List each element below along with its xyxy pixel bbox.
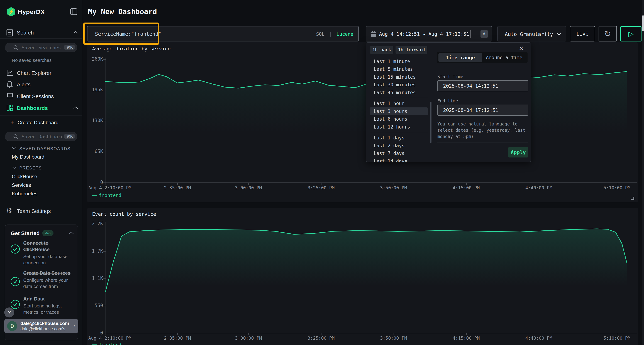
x-tick-label: 3:25:00 PM: [300, 336, 342, 341]
chevron-up-icon[interactable]: [69, 231, 74, 235]
shortcut-badge: ⌘K: [64, 45, 74, 50]
search-doc-icon: [6, 29, 13, 36]
close-icon[interactable]: ×: [519, 44, 524, 53]
forward-1h-button[interactable]: 1h forward: [396, 45, 427, 54]
chevron-down-icon: [12, 147, 16, 150]
x-tick-label: 2:35:00 PM: [156, 336, 199, 341]
relative-time-option[interactable]: Last 15 minutes: [370, 73, 428, 81]
y-tick-label: 2.2K: [83, 221, 103, 226]
sidebar-item-alerts[interactable]: Alerts: [0, 80, 82, 90]
sidebar-item-label: Dashboards: [17, 105, 48, 111]
y-tick-label: 1.7K: [83, 248, 103, 254]
section-saved-dashboards[interactable]: SAVED DASHBOARDS: [19, 146, 70, 151]
bell-icon: [6, 81, 13, 88]
natural-language-note: You can use natural language to select d…: [438, 121, 531, 140]
collapse-sidebar-icon[interactable]: [70, 8, 77, 15]
sidebar-item-team-settings[interactable]: ⚙ Team Settings: [0, 207, 82, 217]
mode-separator: |: [327, 31, 334, 37]
chart-legend[interactable]: frontend: [92, 193, 121, 198]
get-started-item[interactable]: Add Data Start sending logs, metrics, or…: [23, 296, 73, 315]
sql-mode-toggle[interactable]: SQL: [316, 31, 324, 37]
relative-time-option[interactable]: Last 5 minutes: [370, 65, 428, 73]
panel-resize-handle[interactable]: [631, 197, 634, 200]
relative-time-option[interactable]: Last 30 minutes: [370, 81, 428, 89]
divider: [370, 98, 428, 98]
user-menu[interactable]: D dale@clickhouse.com dale@clickhouse.co…: [4, 319, 78, 333]
time-range-input[interactable]: Aug 4 14:12:51 - Aug 4 17:12:51 d: [366, 26, 492, 41]
user-email: dale@clickhouse.com: [20, 321, 69, 326]
get-started-title: Get Started: [11, 230, 40, 236]
relative-time-option[interactable]: Last 1 days: [370, 134, 428, 142]
live-button[interactable]: Live: [570, 26, 595, 41]
sidebar-item-dashboards[interactable]: Dashboards: [0, 104, 82, 114]
granularity-select[interactable]: Auto Granularity: [497, 26, 566, 41]
relative-time-option[interactable]: Last 6 hours: [370, 115, 428, 123]
get-started-progress-badge: 3/3: [42, 230, 54, 236]
sidebar-item-label: Chart Explorer: [17, 70, 51, 76]
plus-icon: +: [10, 119, 14, 126]
chart-legend[interactable]: frontend: [92, 342, 121, 345]
chevron-up-icon: [73, 106, 78, 109]
page-scrollbar-track[interactable]: [642, 0, 644, 345]
page-title: My New Dashboard: [88, 7, 157, 16]
sidebar-item-kubernetes[interactable]: Kubernetes: [12, 191, 38, 197]
sidebar-item-search[interactable]: Search: [0, 28, 82, 38]
sidebar-item-label: Alerts: [17, 81, 30, 88]
scrollbar-thumb[interactable]: [430, 102, 432, 143]
relative-time-option[interactable]: Last 1 hour: [370, 100, 428, 107]
sidebar-item-label: Client Sessions: [17, 93, 54, 99]
tab-time-range[interactable]: Time range: [438, 53, 482, 62]
get-started-item[interactable]: Create Data Sources Configure where your…: [23, 270, 73, 290]
sidebar-item-services[interactable]: Services: [12, 182, 31, 188]
saved-dashboards-input[interactable]: Saved Dashboards ⌘K: [5, 132, 77, 141]
relative-time-option[interactable]: Last 7 days: [370, 150, 428, 157]
get-started-item[interactable]: Connect to ClickHouse Set up your databa…: [23, 240, 73, 266]
text-caret: [470, 30, 470, 38]
section-presets[interactable]: PRESETS: [19, 166, 42, 171]
get-started-item-desc: Configure where your data comes from: [23, 277, 73, 290]
legend-label: frontend: [99, 342, 121, 345]
x-tick-label: Aug 4 2:10:00 PM: [88, 185, 132, 190]
end-time-label: End time: [438, 98, 458, 103]
refresh-button[interactable]: ↻: [598, 26, 617, 41]
sidebar-item-client-sessions[interactable]: Client Sessions: [0, 92, 82, 102]
y-tick-label: 1.1K: [83, 276, 103, 281]
relative-time-option[interactable]: Last 14 days: [370, 157, 428, 162]
apply-button[interactable]: Apply: [508, 147, 528, 157]
shortcut-badge: ⌘K: [64, 134, 74, 139]
chevron-up-icon: [73, 31, 78, 34]
annotation-highlight-box: [83, 22, 159, 45]
divider: [370, 132, 428, 132]
saved-searches-placeholder: Saved Searches: [22, 45, 61, 50]
play-icon: ▷: [628, 30, 634, 38]
tab-around-a-time[interactable]: Around a time: [482, 53, 526, 62]
x-tick-label: Aug 4 2:10:00 PM: [88, 336, 132, 341]
page-scrollbar-thumb[interactable]: [642, 15, 644, 31]
refresh-icon: ↻: [604, 29, 611, 39]
end-time-input[interactable]: 2025-08-04 17:12:51: [438, 105, 528, 116]
run-query-button[interactable]: ▷: [620, 26, 642, 41]
sidebar-item-my-dashboard[interactable]: My Dashboard: [12, 154, 44, 160]
help-button[interactable]: ?: [4, 308, 14, 318]
sidebar-item-chart-explorer[interactable]: Chart Explorer: [0, 69, 82, 79]
get-started-item-title: Connect to ClickHouse: [23, 240, 73, 253]
calendar-icon: [370, 31, 376, 37]
lucene-mode-toggle[interactable]: Lucene: [336, 31, 353, 37]
get-started-item-title: Create Data Sources: [23, 270, 73, 276]
relative-time-option[interactable]: Last 45 minutes: [370, 89, 428, 96]
laptop-icon: [6, 93, 14, 99]
sidebar-item-label: Team Settings: [17, 208, 51, 214]
start-time-input[interactable]: 2025-08-04 14:12:51: [438, 80, 528, 91]
y-tick-label: 260K: [83, 56, 103, 62]
saved-searches-input[interactable]: Saved Searches ⌘K: [5, 43, 77, 52]
sidebar-item-clickhouse[interactable]: ClickHouse: [12, 174, 37, 179]
time-picker-tabs: Time range Around a time: [437, 52, 528, 63]
x-tick-label: 4:15:00 PM: [445, 185, 488, 190]
x-tick-label: 3:00:00 PM: [227, 185, 270, 190]
back-1h-button[interactable]: 1h back: [370, 45, 394, 54]
relative-time-option[interactable]: Last 3 hours: [370, 107, 428, 115]
create-dashboard-button[interactable]: + Create Dashboard: [0, 118, 82, 128]
relative-time-option[interactable]: Last 1 minute: [370, 57, 428, 65]
relative-time-option[interactable]: Last 2 days: [370, 142, 428, 149]
relative-time-option[interactable]: Last 12 hours: [370, 123, 428, 131]
